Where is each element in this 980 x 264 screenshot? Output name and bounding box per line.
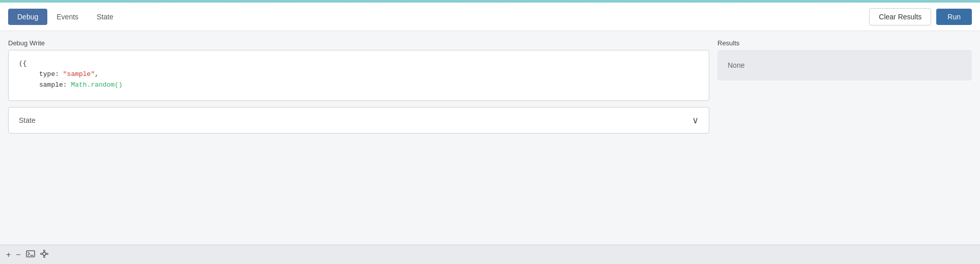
svg-point-5 (40, 253, 42, 255)
results-value: None (728, 61, 744, 69)
svg-rect-0 (26, 251, 35, 257)
results-label: Results (717, 39, 972, 47)
code-key-sample: sample: (39, 81, 71, 89)
results-box: None (717, 50, 972, 81)
left-panel: Debug Write ({ type: "sample", sample: M… (8, 39, 709, 236)
code-line-2: type: "sample", (39, 69, 699, 80)
code-line-3: sample: Math.random() (39, 80, 699, 91)
bottom-bar: + − (0, 245, 980, 264)
console-icon[interactable] (26, 250, 35, 259)
plus-icon[interactable]: + (6, 251, 11, 259)
svg-point-4 (43, 256, 45, 258)
state-section-label: State (19, 116, 36, 124)
code-editor[interactable]: ({ type: "sample", sample: Math.random() (8, 50, 709, 101)
svg-point-3 (43, 250, 45, 252)
network-icon[interactable] (40, 250, 48, 259)
code-string-sample: "sample" (63, 70, 95, 78)
svg-point-6 (46, 253, 48, 255)
tab-state[interactable]: State (88, 9, 123, 25)
minus-icon[interactable]: − (16, 251, 20, 259)
svg-point-2 (43, 252, 46, 255)
chevron-down-icon: ∨ (692, 115, 699, 126)
code-key-type: type: (39, 70, 63, 78)
tab-list: Debug Events State (8, 9, 869, 25)
right-panel: Results None (717, 39, 972, 236)
header-actions: Clear Results Run (869, 8, 972, 25)
debug-write-section: Debug Write ({ type: "sample", sample: M… (8, 39, 709, 101)
main-content: Debug Write ({ type: "sample", sample: M… (0, 31, 980, 245)
code-method-random: Math.random() (71, 81, 122, 89)
state-collapsible[interactable]: State ∨ (8, 107, 709, 134)
debug-write-label: Debug Write (8, 39, 709, 47)
clear-results-button[interactable]: Clear Results (869, 8, 931, 25)
header-bar: Debug Events State Clear Results Run (0, 3, 980, 31)
code-line-1: ({ (19, 59, 699, 69)
tab-events[interactable]: Events (47, 9, 88, 25)
run-button[interactable]: Run (936, 9, 972, 25)
tab-debug[interactable]: Debug (8, 9, 47, 25)
